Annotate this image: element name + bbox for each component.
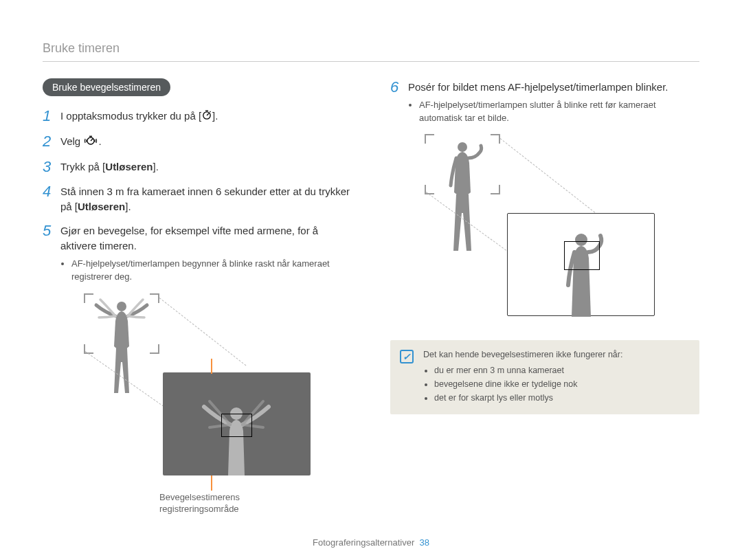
step-text: ].: [212, 110, 218, 122]
step-1: 1 I opptaksmodus trykker du på [].: [43, 109, 352, 124]
step-text: ].: [125, 201, 131, 212]
svg-point-4: [458, 142, 467, 152]
page-title: Bruke timeren: [43, 41, 699, 56]
person-waving-icon: [84, 297, 159, 400]
left-column: Bruke bevegelsestimeren 1 I opptaksmodus…: [43, 78, 352, 527]
step-text: Gjør en bevegelse, for eksempel vifte me…: [60, 225, 318, 251]
step-text: Posér for bildet mens AF-hjelpelyset/tim…: [408, 81, 668, 93]
step-text: .: [98, 135, 101, 147]
step-number: 5: [43, 223, 60, 283]
note-bullet: bevegelsene dine ikke er tydelige nok: [434, 377, 622, 391]
step-4: 4 Stå innen 3 m fra kameraet innen 6 sek…: [43, 184, 352, 214]
step-6: 6 Posér for bildet mens AF-hjelpelyset/t…: [390, 80, 699, 124]
step-text: Trykk på [: [60, 161, 105, 172]
content-columns: Bruke bevegelsestimeren 1 I opptaksmodus…: [43, 78, 699, 527]
bullet: AF-hjelpelyset/timerlampen begynner å bl…: [71, 258, 352, 284]
page-number: 38: [419, 537, 429, 548]
step-body: I opptaksmodus trykker du på [].: [60, 109, 352, 124]
step-3: 3 Trykk på [Utløseren].: [43, 159, 352, 175]
illustration-pose: [390, 134, 699, 326]
timer-icon: [201, 109, 212, 124]
step-bold: Utløseren: [78, 201, 125, 212]
page-footer: Fotograferingsalternativer 38: [0, 537, 742, 548]
camera-screen: [163, 372, 311, 475]
focus-rectangle: [564, 241, 600, 270]
step-sub-bullets: AF-hjelpelyset/timerlampen begynner å bl…: [60, 258, 352, 284]
step-number: 2: [43, 134, 60, 150]
right-column: 6 Posér for bildet mens AF-hjelpelyset/t…: [390, 78, 699, 527]
note-box: ✓ Det kan hende bevegelsestimeren ikke f…: [390, 340, 699, 414]
step-number: 6: [390, 80, 408, 124]
step-text: Velg: [60, 135, 83, 147]
svg-point-2: [117, 302, 126, 311]
viewfinder-frame: [84, 293, 159, 354]
focus-rectangle: [221, 414, 252, 437]
note-intro: Det kan hende bevegelsestimeren ikke fun…: [423, 350, 622, 359]
step-number: 1: [43, 109, 60, 124]
step-body: Velg .: [60, 134, 352, 150]
step-body: Posér for bildet mens AF-hjelpelyset/tim…: [408, 80, 699, 124]
camera-screen: [507, 213, 655, 316]
motion-timer-icon: [83, 135, 98, 150]
person-posing-icon: [425, 137, 500, 258]
callout-label: Bevegelsestimerensregistreringsområde: [159, 491, 240, 515]
step-5: 5 Gjør en bevegelse, for eksempel vifte …: [43, 223, 352, 283]
viewfinder-frame: [425, 134, 500, 194]
note-bullet: det er for skarpt lys eller motlys: [434, 391, 622, 405]
step-body: Stå innen 3 m fra kameraet innen 6 sekun…: [60, 184, 352, 214]
section-heading-pill: Bruke bevegelsestimeren: [43, 78, 170, 96]
bullet: AF-hjelpelyset/timerlampen slutter å bli…: [419, 99, 699, 125]
step-2: 2 Velg .: [43, 134, 352, 150]
illustration-motion-detect: Bevegelsestimerensregistreringsområde: [43, 293, 352, 527]
step-sub-bullets: AF-hjelpelyset/timerlampen slutter å bli…: [408, 99, 699, 125]
step-text: I opptaksmodus trykker du på [: [60, 110, 201, 122]
note-bullet: du er mer enn 3 m unna kameraet: [434, 363, 622, 377]
callout-line: [211, 475, 212, 491]
callout-line: [211, 359, 212, 374]
step-body: Trykk på [Utløseren].: [60, 159, 352, 175]
step-number: 3: [43, 159, 60, 175]
step-number: 4: [43, 184, 60, 214]
step-body: Gjør en bevegelse, for eksempel vifte me…: [60, 223, 352, 283]
step-text: ].: [153, 161, 158, 172]
footer-section: Fotograferingsalternativer: [313, 537, 414, 548]
divider: [43, 61, 699, 62]
info-icon: ✓: [400, 350, 414, 363]
note-content: Det kan hende bevegelsestimeren ikke fun…: [423, 350, 622, 405]
step-bold: Utløseren: [105, 161, 153, 172]
